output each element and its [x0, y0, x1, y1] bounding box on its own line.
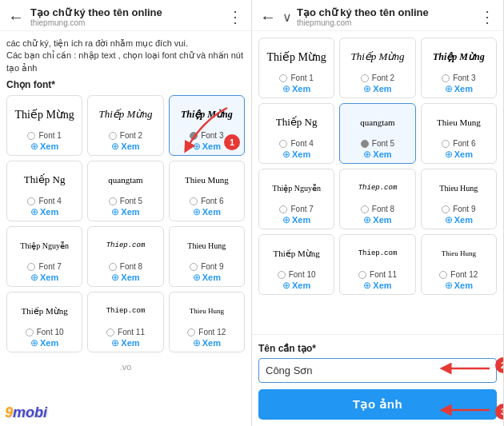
- font-radio-6[interactable]: [442, 140, 450, 148]
- font-view-3[interactable]: ⊕Xem: [193, 141, 221, 152]
- font-radio-1[interactable]: [27, 132, 35, 140]
- font-name-4: Font 4: [38, 197, 61, 205]
- left-back-icon[interactable]: ←: [8, 8, 24, 26]
- font-view-12[interactable]: ⊕Xem: [445, 280, 473, 291]
- font-view-3[interactable]: ⊕Xem: [445, 83, 473, 94]
- font-radio-8[interactable]: [361, 205, 369, 213]
- view-text-6: Xem: [454, 149, 473, 159]
- font-radio-11[interactable]: [106, 328, 114, 336]
- font-view-4[interactable]: ⊕Xem: [30, 206, 58, 217]
- font-card-10[interactable]: Thiếp MừngFont 10⊕Xem: [258, 234, 334, 295]
- font-radio-12[interactable]: [187, 328, 195, 336]
- font-radio-2[interactable]: [361, 74, 369, 82]
- font-label-row-7: Font 7: [27, 262, 61, 271]
- font-view-11[interactable]: ⊕Xem: [363, 280, 391, 291]
- font-card-6[interactable]: Thieu MungFont 6⊕Xem: [421, 103, 497, 164]
- font-view-12[interactable]: ⊕Xem: [193, 337, 221, 348]
- font-radio-7[interactable]: [27, 263, 35, 271]
- view-icon-5: ⊕: [363, 149, 371, 160]
- font-view-4[interactable]: ⊕Xem: [282, 149, 310, 160]
- left-dots-icon[interactable]: ⋮: [227, 7, 243, 26]
- font-view-9[interactable]: ⊕Xem: [445, 214, 473, 225]
- font-radio-5[interactable]: [361, 140, 369, 148]
- view-icon-7: ⊕: [282, 214, 290, 225]
- view-icon-3: ⊕: [445, 83, 453, 94]
- name-input[interactable]: [258, 358, 497, 383]
- font-card-7[interactable]: Thiệp NguyễnFont 7⊕Xem: [258, 169, 334, 229]
- view-text-5: Xem: [373, 149, 391, 159]
- font-view-6[interactable]: ⊕Xem: [193, 206, 221, 217]
- font-view-2[interactable]: ⊕Xem: [363, 83, 391, 94]
- view-text-12: Xem: [202, 338, 221, 348]
- font-card-2[interactable]: Thiếp MừngFont 2⊕Xem: [339, 38, 415, 98]
- view-icon-4: ⊕: [282, 149, 290, 160]
- font-radio-4[interactable]: [279, 140, 287, 148]
- font-card-1[interactable]: Thiếp MừngFont 1⊕Xem: [6, 95, 82, 156]
- font-name-2: Font 2: [120, 131, 142, 140]
- font-radio-3[interactable]: [190, 132, 198, 140]
- view-icon-1: ⊕: [30, 141, 38, 152]
- font-radio-9[interactable]: [442, 205, 450, 213]
- font-view-8[interactable]: ⊕Xem: [111, 272, 139, 283]
- right-dots-icon[interactable]: ⋮: [479, 7, 495, 26]
- font-card-2[interactable]: Thiếp MừngFont 2⊕Xem: [87, 95, 163, 156]
- font-card-6[interactable]: Thieu MungFont 6⊕Xem: [169, 161, 245, 221]
- font-radio-10[interactable]: [26, 328, 34, 336]
- font-radio-11[interactable]: [358, 271, 366, 279]
- font-card-11[interactable]: Thiep.comFont 11⊕Xem: [339, 234, 415, 295]
- font-radio-6[interactable]: [190, 197, 198, 205]
- font-preview-7: Thiệp Nguyễn: [262, 173, 330, 203]
- font-card-3[interactable]: Thiệp MừngFont 3⊕Xem: [421, 38, 497, 98]
- font-card-4[interactable]: Thiếp NgFont 4⊕Xem: [258, 103, 334, 164]
- font-card-5[interactable]: quangtamFont 5⊕Xem: [339, 103, 415, 164]
- font-view-2[interactable]: ⊕Xem: [111, 141, 139, 152]
- font-view-8[interactable]: ⊕Xem: [363, 214, 391, 225]
- font-radio-3[interactable]: [442, 74, 450, 82]
- font-radio-10[interactable]: [278, 271, 286, 279]
- font-card-7[interactable]: Thiệp NguyễnFont 7⊕Xem: [6, 226, 82, 287]
- view-text-3: Xem: [202, 141, 221, 151]
- font-view-5[interactable]: ⊕Xem: [363, 149, 391, 160]
- font-name-7: Font 7: [290, 205, 313, 213]
- font-radio-9[interactable]: [190, 263, 198, 271]
- font-view-6[interactable]: ⊕Xem: [445, 149, 473, 160]
- font-label-row-9: Font 9: [442, 205, 475, 213]
- right-dropdown-icon[interactable]: ∨: [282, 10, 292, 25]
- font-card-8[interactable]: Thiep.comFont 8⊕Xem: [339, 169, 415, 229]
- font-name-2: Font 2: [372, 74, 394, 82]
- font-card-12[interactable]: Thieu HungFont 12⊕Xem: [169, 292, 245, 352]
- font-preview-9: Thieu Hung: [425, 173, 493, 203]
- font-view-7[interactable]: ⊕Xem: [30, 272, 58, 283]
- font-view-10[interactable]: ⊕Xem: [282, 280, 310, 291]
- font-radio-1[interactable]: [279, 74, 287, 82]
- view-text-3: Xem: [454, 84, 473, 94]
- font-card-1[interactable]: Thiếp MừngFont 1⊕Xem: [258, 38, 334, 98]
- font-radio-2[interactable]: [109, 132, 117, 140]
- font-view-5[interactable]: ⊕Xem: [111, 206, 139, 217]
- font-view-1[interactable]: ⊕Xem: [30, 141, 58, 152]
- font-label-row-5: Font 5: [109, 197, 142, 205]
- font-view-11[interactable]: ⊕Xem: [111, 337, 139, 348]
- font-card-11[interactable]: Thiep.comFont 11⊕Xem: [87, 292, 163, 352]
- font-label-row-8: Font 8: [109, 262, 142, 271]
- font-radio-5[interactable]: [109, 197, 117, 205]
- create-button[interactable]: Tạo ảnh: [258, 389, 497, 420]
- font-radio-8[interactable]: [109, 263, 117, 271]
- font-card-4[interactable]: Thiếp NgFont 4⊕Xem: [6, 161, 82, 221]
- left-content: các chữ ký, tiện ích ra đời nhằm mục đíc…: [0, 31, 251, 426]
- font-radio-12[interactable]: [439, 271, 447, 279]
- font-card-5[interactable]: quangtamFont 5⊕Xem: [87, 161, 163, 221]
- font-card-9[interactable]: Thieu HungFont 9⊕Xem: [169, 226, 245, 287]
- font-view-1[interactable]: ⊕Xem: [282, 83, 310, 94]
- font-view-7[interactable]: ⊕Xem: [282, 214, 310, 225]
- font-radio-7[interactable]: [279, 205, 287, 213]
- font-card-9[interactable]: Thieu HungFont 9⊕Xem: [421, 169, 497, 229]
- font-radio-4[interactable]: [27, 197, 35, 205]
- font-card-10[interactable]: Thiếp MừngFont 10⊕Xem: [6, 292, 82, 352]
- font-card-8[interactable]: Thiep.comFont 8⊕Xem: [87, 226, 163, 287]
- view-icon-12: ⊕: [445, 280, 453, 291]
- font-view-10[interactable]: ⊕Xem: [30, 337, 58, 348]
- font-view-9[interactable]: ⊕Xem: [193, 272, 221, 283]
- right-back-icon[interactable]: ←: [260, 8, 276, 26]
- font-card-12[interactable]: Thieu HungFont 12⊕Xem: [421, 234, 497, 295]
